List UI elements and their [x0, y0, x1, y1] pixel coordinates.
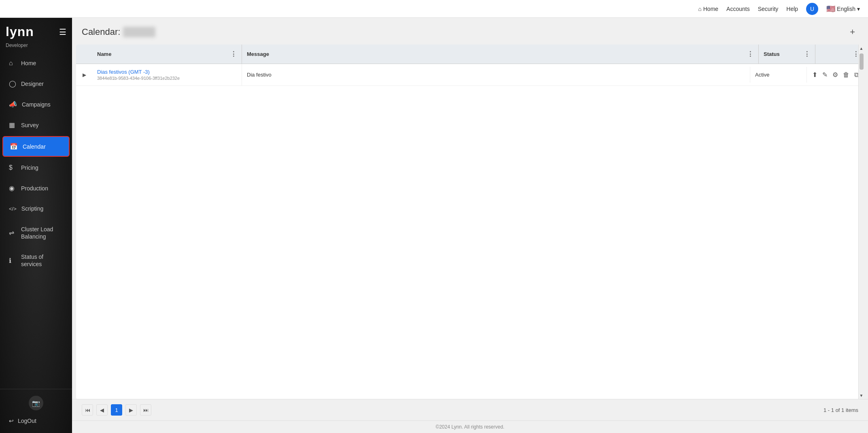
status-icon: ℹ: [9, 257, 16, 264]
settings-button[interactable]: ⚙: [831, 70, 839, 80]
pagination-last[interactable]: ⏭: [140, 404, 151, 416]
sidebar-item-label: Pricing: [21, 164, 38, 171]
th-status-label: Status: [764, 51, 780, 57]
sidebar-item-scripting[interactable]: </> Scripting: [2, 199, 70, 218]
sidebar-nav: ⌂ Home ◯ Designer 📣 Campaigns ▦ Survey 📅…: [0, 53, 72, 389]
th-actions: ⋮: [815, 45, 864, 64]
upload-icon: ⬆: [812, 71, 817, 78]
campaigns-icon: 📣: [9, 100, 17, 108]
page-title-text: Calendar:: [82, 27, 120, 37]
name-column-menu[interactable]: ⋮: [230, 50, 237, 58]
sidebar-item-cluster-load-balancing[interactable]: ⇌ Cluster Load Balancing: [2, 220, 70, 246]
nav-security-link[interactable]: Security: [758, 6, 779, 12]
status-column-menu[interactable]: ⋮: [804, 50, 810, 58]
delete-button[interactable]: 🗑: [842, 70, 851, 80]
scroll-up-arrow[interactable]: ▲: [859, 45, 864, 52]
upload-button[interactable]: ⬆: [811, 70, 819, 80]
sidebar-item-campaigns[interactable]: 📣 Campaigns: [2, 95, 70, 114]
sidebar-item-label: Home: [21, 60, 36, 67]
td-actions: ⬆ ✎ ⚙ 🗑 ⧉: [807, 66, 864, 83]
sidebar-subtitle: Developer: [0, 43, 72, 53]
sidebar-item-label: Survey: [21, 122, 39, 129]
add-button[interactable]: +: [847, 25, 858, 39]
main-content: Calendar: + Name ⋮ Message ⋮ Status: [72, 18, 868, 433]
top-navbar: ⌂ Home Accounts Security Help U 🇺🇸 Engli…: [0, 0, 868, 18]
page-header: Calendar: +: [72, 18, 868, 45]
scripting-icon: </>: [9, 206, 17, 212]
language-label: English: [837, 6, 855, 12]
sidebar-item-label: Status of services: [21, 253, 63, 268]
camera-icon: 📷: [32, 399, 40, 407]
sidebar-item-label: Cluster Load Balancing: [21, 226, 63, 240]
page-title: Calendar:: [82, 27, 155, 37]
pagination-info: 1 - 1 of 1 items: [823, 407, 858, 413]
nav-home-label: Home: [703, 6, 718, 12]
app-body: lynn ☰ Developer ⌂ Home ◯ Designer 📣 Cam…: [0, 18, 868, 433]
sidebar-bottom: 📷 ↩ LogOut: [0, 389, 72, 433]
user-avatar[interactable]: U: [806, 3, 818, 15]
logout-button[interactable]: ↩ LogOut: [2, 413, 70, 429]
camera-button[interactable]: 📷: [29, 396, 43, 410]
nav-help-label: Help: [786, 6, 798, 12]
table-header: Name ⋮ Message ⋮ Status ⋮ ⋮: [76, 45, 864, 64]
sidebar-item-label: Production: [21, 185, 48, 192]
th-message-label: Message: [247, 51, 269, 57]
scroll-down-arrow[interactable]: ▼: [859, 392, 864, 399]
edit-icon: ✎: [822, 71, 828, 78]
row-id: 3844e81b-9583-434e-9106-3ff31e2b232e: [97, 76, 237, 81]
row-name: Dias festivos (GMT -3): [97, 69, 237, 75]
hamburger-icon[interactable]: ☰: [59, 27, 66, 37]
edit-button[interactable]: ✎: [821, 70, 829, 80]
gear-icon: ⚙: [832, 71, 838, 78]
calendar-icon: 📅: [10, 143, 18, 150]
sidebar: lynn ☰ Developer ⌂ Home ◯ Designer 📣 Cam…: [0, 18, 72, 433]
th-name: Name ⋮: [92, 45, 242, 64]
scrollbar-track: ▲ ▼: [858, 45, 864, 399]
sidebar-item-status-of-services[interactable]: ℹ Status of services: [2, 247, 70, 273]
td-name: Dias festivos (GMT -3) 3844e81b-9583-434…: [92, 64, 242, 85]
chevron-down-icon: ▾: [857, 6, 860, 12]
sidebar-logo-area: lynn ☰: [0, 18, 72, 43]
th-name-label: Name: [97, 51, 111, 57]
nav-accounts-link[interactable]: Accounts: [726, 6, 750, 12]
trash-icon: 🗑: [843, 71, 849, 78]
message-column-menu[interactable]: ⋮: [747, 50, 753, 58]
sidebar-item-home[interactable]: ⌂ Home: [2, 54, 70, 73]
pagination-page-1[interactable]: 1: [111, 404, 122, 416]
sidebar-item-production[interactable]: ◉ Production: [2, 179, 70, 198]
sidebar-item-label: Designer: [21, 80, 44, 87]
sidebar-item-label: Campaigns: [22, 101, 51, 108]
nav-home-link[interactable]: ⌂ Home: [698, 6, 718, 12]
cluster-icon: ⇌: [9, 229, 16, 237]
home-icon: ⌂: [9, 60, 16, 67]
nav-help-link[interactable]: Help: [786, 6, 798, 12]
language-selector[interactable]: 🇺🇸 English ▾: [826, 4, 860, 13]
sidebar-item-label: Scripting: [21, 205, 43, 212]
table-wrapper: Name ⋮ Message ⋮ Status ⋮ ⋮ ▶: [76, 45, 864, 399]
table-body: ▶ Dias festivos (GMT -3) 3844e81b-9583-4…: [76, 64, 864, 399]
scroll-thumb[interactable]: [860, 53, 864, 70]
pagination-next[interactable]: ▶: [125, 404, 137, 416]
table-footer: ⏮ ◀ 1 ▶ ⏭ 1 - 1 of 1 items: [72, 399, 868, 420]
row-message: Dia festivo: [247, 72, 272, 78]
sidebar-item-calendar[interactable]: 📅 Calendar: [2, 136, 70, 157]
th-message: Message ⋮: [242, 45, 759, 64]
logo-text: lynn: [6, 24, 34, 39]
sidebar-item-pricing[interactable]: $ Pricing: [2, 158, 70, 177]
logout-label: LogOut: [18, 418, 36, 424]
nav-security-label: Security: [758, 6, 779, 12]
nav-accounts-label: Accounts: [726, 6, 750, 12]
sidebar-item-designer[interactable]: ◯ Designer: [2, 74, 70, 93]
th-expand: [76, 45, 92, 64]
pagination-prev[interactable]: ◀: [96, 404, 108, 416]
home-nav-icon: ⌂: [698, 6, 701, 12]
table-row: ▶ Dias festivos (GMT -3) 3844e81b-9583-4…: [76, 64, 864, 86]
copyright-text: ©2024 Lynn. All rights reserved.: [436, 424, 505, 430]
sidebar-item-label: Calendar: [23, 143, 46, 150]
row-expand[interactable]: ▶: [76, 72, 92, 78]
logout-icon: ↩: [9, 418, 14, 424]
td-status: Active: [750, 67, 807, 83]
survey-icon: ▦: [9, 121, 16, 129]
pagination-first[interactable]: ⏮: [82, 404, 93, 416]
sidebar-item-survey[interactable]: ▦ Survey: [2, 115, 70, 134]
